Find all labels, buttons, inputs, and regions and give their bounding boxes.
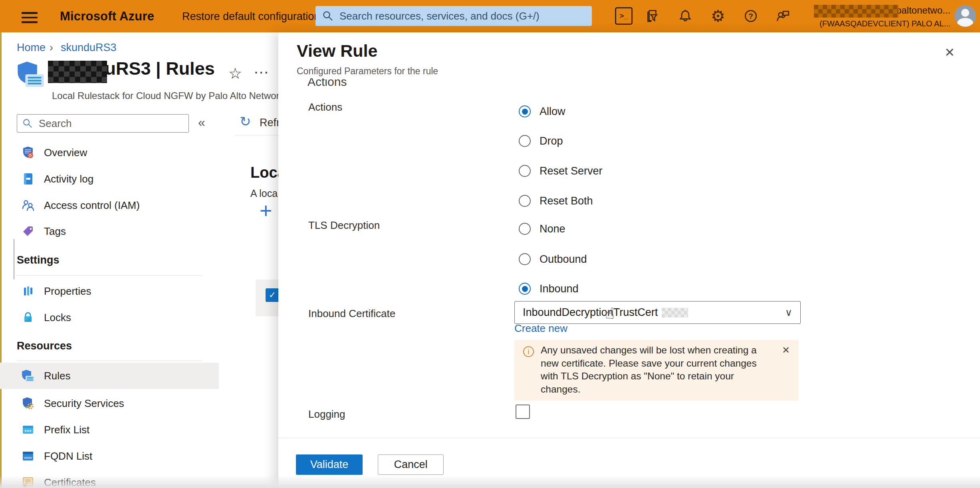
radio-reset-server[interactable]: [519, 165, 531, 177]
bell-icon: [677, 8, 693, 24]
help-icon: ?: [743, 8, 759, 24]
certificates-icon: [21, 475, 35, 488]
dismiss-warning-icon[interactable]: ✕: [782, 345, 790, 356]
more-options-icon[interactable]: …: [253, 59, 270, 77]
inbound-certificate-field-label: Inbound Certificate: [308, 307, 395, 320]
create-new-link[interactable]: Create new: [514, 322, 567, 335]
actions-field-label: Actions: [308, 101, 342, 113]
directory-filter-button[interactable]: [645, 7, 662, 25]
sidebar-search-box[interactable]: [17, 114, 189, 133]
inbound-certificate-dropdown[interactable]: InboundDecryptionTrustCert ∨: [514, 301, 801, 324]
top-bar: Microsoft Azure Restore default configur…: [0, 0, 980, 32]
radio-reset-both[interactable]: [519, 195, 531, 207]
refresh-button[interactable]: Refr: [260, 117, 278, 129]
actions-section-heading: Actions: [307, 78, 347, 91]
redaction-mosaic: [814, 5, 899, 18]
svg-text:?: ?: [748, 12, 753, 20]
properties-icon: [21, 284, 35, 298]
search-icon: [22, 118, 33, 129]
radio-inbound-label[interactable]: Inbound: [540, 283, 579, 295]
sidebar-item-label: Overview: [44, 147, 87, 159]
rule-row-checkbox-checked[interactable]: ✓: [266, 288, 279, 302]
radio-allow-label[interactable]: Allow: [540, 105, 565, 118]
sidebar-item-label: Security Services: [44, 397, 124, 410]
sidebar-search-input[interactable]: [38, 117, 184, 130]
sidebar-item-certificates[interactable]: Certificates: [0, 469, 219, 488]
divider: [17, 275, 202, 276]
radio-drop-label[interactable]: Drop: [540, 135, 563, 147]
page-subtitle: Local Rulestack for Cloud NGFW by Palo A…: [52, 90, 278, 101]
sidebar-item-activity-log[interactable]: Activity log: [0, 166, 219, 192]
hamburger-menu-icon[interactable]: [22, 9, 38, 26]
content-subheading: A loca: [250, 188, 278, 199]
sidebar-item-security-services[interactable]: Security Services: [0, 390, 219, 417]
sidebar-item-locks[interactable]: Locks: [0, 304, 219, 331]
redaction-mosaic: [662, 308, 688, 317]
refresh-icon[interactable]: ↻: [240, 113, 251, 129]
sidebar-item-label: Prefix List: [44, 424, 89, 436]
add-rule-plus-icon[interactable]: +: [260, 198, 272, 223]
sidebar-item-properties[interactable]: Properties: [0, 278, 219, 304]
sidebar-item-label: Access control (IAM): [44, 199, 140, 212]
close-icon[interactable]: ✕: [944, 45, 955, 60]
sidebar-item-fqdn-list[interactable]: www FQDN List: [0, 443, 219, 469]
sidebar-item-overview[interactable]: Overview: [0, 139, 219, 166]
feedback-icon: [775, 8, 791, 24]
global-search-box[interactable]: [315, 6, 592, 26]
gear-icon: ⚙: [711, 8, 725, 24]
rulestack-resource-icon: [15, 59, 46, 89]
favorite-star-icon[interactable]: ☆: [228, 65, 242, 82]
restore-default-configuration-link[interactable]: Restore default configuration: [182, 10, 320, 23]
breadcrumb-home-link[interactable]: Home: [17, 42, 46, 54]
radio-inbound[interactable]: [519, 283, 531, 295]
notifications-button[interactable]: [676, 7, 694, 25]
help-button[interactable]: ?: [742, 7, 760, 25]
radio-none[interactable]: [519, 223, 531, 235]
radio-allow[interactable]: [519, 105, 531, 117]
breadcrumb-separator: ›: [50, 42, 53, 54]
sidebar-item-label: Certificates: [44, 476, 96, 488]
avatar[interactable]: [954, 5, 976, 27]
sidebar-item-label: Rules: [44, 370, 70, 382]
settings-button[interactable]: ⚙: [709, 7, 727, 25]
access-control-icon: [21, 198, 35, 212]
breadcrumb-current-link[interactable]: skunduRS3: [61, 42, 117, 54]
sidebar-section-resources: Resources: [17, 340, 72, 352]
footer-divider: [278, 438, 980, 438]
view-rule-panel: View Rule Configured Parameters for the …: [278, 32, 980, 488]
sidebar-item-label: FQDN List: [44, 450, 92, 462]
radio-drop[interactable]: [519, 135, 531, 147]
global-search-input[interactable]: [339, 10, 585, 23]
sidebar-item-tags[interactable]: Tags: [0, 218, 219, 244]
sidebar-section-settings: Settings: [17, 254, 60, 266]
panel-subtitle: Configured Parameters for the rule: [297, 66, 438, 77]
logging-field-label: Logging: [308, 408, 345, 421]
unsaved-changes-warning: i Any unsaved changes will be lost when …: [514, 340, 799, 401]
azure-brand-link[interactable]: Microsoft Azure: [60, 9, 154, 24]
tags-icon: [21, 224, 35, 238]
validate-button[interactable]: Validate: [296, 454, 363, 475]
radio-outbound-label[interactable]: Outbound: [540, 253, 587, 266]
feedback-button[interactable]: [774, 7, 792, 25]
warning-text: Any unsaved changes will be lost when cr…: [541, 344, 772, 396]
sidebar-item-label: Tags: [44, 225, 66, 238]
sidebar-scrollbar-thumb[interactable]: [13, 239, 15, 280]
cancel-button[interactable]: Cancel: [378, 454, 444, 475]
radio-reset-both-label[interactable]: Reset Both: [540, 195, 593, 207]
sidebar-item-access-control[interactable]: Access control (IAM): [0, 192, 219, 218]
lock-icon: [21, 310, 35, 325]
radio-reset-server-label[interactable]: Reset Server: [540, 165, 603, 177]
radio-outbound[interactable]: [519, 253, 531, 265]
azure-portal-window: Microsoft Azure Restore default configur…: [0, 0, 980, 488]
panel-title: View Rule: [297, 41, 377, 61]
toolbar-divider: [235, 135, 278, 135]
search-icon: [322, 10, 334, 22]
prefix-list-icon: [21, 423, 35, 437]
svg-text:www: www: [24, 456, 32, 460]
cloud-shell-button[interactable]: >_: [615, 7, 633, 25]
sidebar-item-rules[interactable]: Rules: [0, 363, 219, 389]
logging-checkbox[interactable]: [516, 405, 530, 419]
collapse-sidebar-icon[interactable]: «: [198, 115, 205, 130]
radio-none-label[interactable]: None: [540, 223, 565, 235]
sidebar-item-prefix-list[interactable]: Prefix List: [0, 417, 219, 443]
